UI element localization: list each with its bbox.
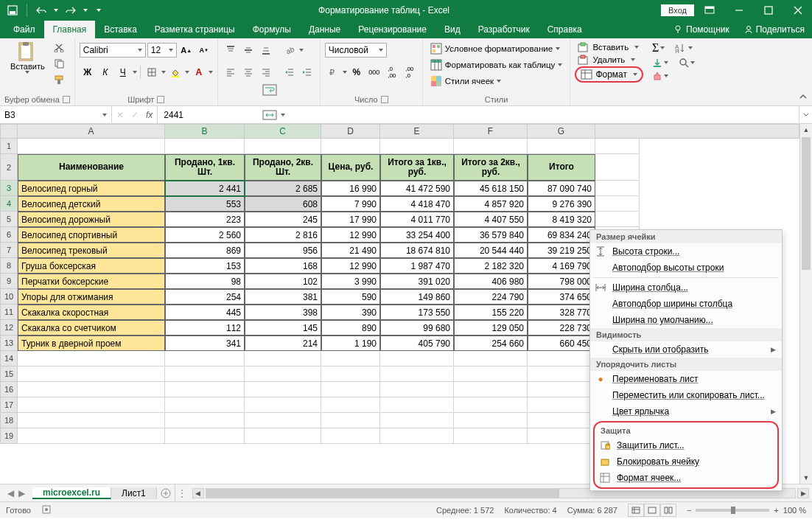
row-header[interactable]: 14 — [0, 351, 18, 366]
clipboard-launcher[interactable] — [63, 96, 70, 103]
cell[interactable] — [321, 428, 380, 444]
comma-icon[interactable]: 000 — [366, 65, 382, 80]
cell[interactable]: 4 407 550 — [454, 212, 528, 227]
cell[interactable]: 173 550 — [380, 305, 454, 320]
cell[interactable] — [454, 351, 528, 366]
orientation-icon[interactable]: ab — [281, 43, 298, 58]
cell[interactable] — [165, 382, 245, 397]
cell[interactable]: 245 — [245, 212, 321, 227]
tab-разметка страницы[interactable]: Разметка страницы — [146, 21, 244, 38]
cell[interactable]: 155 220 — [454, 305, 528, 320]
font-launcher[interactable] — [157, 96, 164, 103]
cell[interactable]: 608 — [245, 196, 321, 212]
cell[interactable]: Велосипед спортивный — [18, 227, 165, 243]
login-button[interactable]: Вход — [661, 4, 694, 16]
name-box[interactable]: B3 — [0, 106, 112, 123]
cell[interactable]: 254 — [165, 289, 245, 305]
qat-customize-icon[interactable] — [97, 9, 101, 12]
row-header[interactable]: 17 — [0, 397, 18, 413]
redo-dropdown-icon[interactable] — [83, 9, 88, 12]
cell[interactable]: 153 — [165, 258, 245, 274]
cell[interactable]: 102 — [245, 274, 321, 289]
zoom-out-icon[interactable]: − — [687, 506, 691, 515]
number-launcher[interactable] — [381, 96, 388, 103]
cell[interactable] — [380, 413, 454, 428]
cell[interactable]: Итого за 1кв., руб. — [380, 154, 454, 181]
cell[interactable]: 224 790 — [454, 289, 528, 305]
cell-styles-button[interactable]: Стили ячеек — [427, 74, 566, 88]
col-header-A[interactable]: A — [18, 124, 165, 139]
cell[interactable] — [18, 428, 165, 444]
cell[interactable] — [321, 351, 380, 366]
row-header[interactable]: 8 — [0, 258, 18, 274]
cell[interactable]: 4 418 470 — [380, 196, 454, 212]
redo-icon[interactable] — [64, 4, 77, 17]
cell[interactable] — [454, 397, 528, 413]
tab-формулы[interactable]: Формулы — [244, 21, 300, 38]
col-header-F[interactable]: F — [454, 124, 528, 139]
vertical-scrollbar[interactable]: ▲ ▼ — [799, 124, 812, 484]
cell[interactable] — [454, 413, 528, 428]
copy-icon[interactable] — [51, 56, 67, 71]
tab-разработчик[interactable]: Разработчик — [469, 21, 539, 38]
maximize-icon[interactable] — [755, 0, 783, 21]
row-header[interactable]: 3 — [0, 181, 18, 196]
dd-rename-sheet[interactable]: ●Переименовать лист — [590, 371, 782, 387]
collapse-ribbon-icon[interactable] — [799, 92, 809, 102]
row-header[interactable]: 7 — [0, 243, 18, 258]
tab-справка[interactable]: Справка — [539, 21, 591, 38]
minimize-icon[interactable] — [725, 0, 753, 21]
cell[interactable]: 398 — [245, 305, 321, 320]
align-left-icon[interactable] — [223, 65, 239, 80]
cell[interactable]: 1 190 — [321, 335, 380, 351]
find-select-button[interactable] — [679, 58, 695, 68]
paste-button[interactable]: Вставить — [7, 40, 48, 75]
cell[interactable] — [18, 413, 165, 428]
expand-formula-icon[interactable] — [799, 106, 812, 123]
cell[interactable]: 381 — [245, 289, 321, 305]
select-all-corner[interactable] — [0, 124, 18, 139]
currency-icon[interactable]: ₽ — [325, 65, 341, 80]
row-header[interactable]: 2 — [0, 154, 18, 181]
cell[interactable] — [165, 413, 245, 428]
cell[interactable] — [245, 428, 321, 444]
row-header[interactable]: 16 — [0, 382, 18, 397]
font-size-combo[interactable]: 12 — [147, 43, 177, 58]
cell[interactable]: 87 090 740 — [528, 181, 595, 196]
ribbon-display-icon[interactable] — [696, 0, 724, 21]
cell[interactable]: 3 990 — [321, 274, 380, 289]
cell[interactable] — [245, 382, 321, 397]
cell[interactable] — [321, 397, 380, 413]
format-as-table-button[interactable]: Форматировать как таблицу — [427, 58, 566, 72]
sheet-tab-active[interactable]: microexcel.ru — [32, 487, 111, 499]
cell[interactable]: Скакалка со счетчиком — [18, 320, 165, 335]
cell[interactable] — [454, 139, 528, 154]
cell[interactable] — [165, 397, 245, 413]
cell[interactable] — [18, 382, 165, 397]
cell[interactable]: 12 990 — [321, 258, 380, 274]
cell[interactable]: 2 560 — [165, 227, 245, 243]
decrease-indent-icon[interactable] — [281, 65, 298, 80]
cancel-formula-icon[interactable]: ✕ — [116, 110, 124, 120]
cell[interactable]: 228 730 — [528, 320, 595, 335]
cell[interactable]: 41 472 590 — [380, 181, 454, 196]
delete-cells-button[interactable]: Удалить — [575, 54, 643, 66]
cell[interactable]: 36 579 840 — [454, 227, 528, 243]
col-header-G[interactable]: G — [528, 124, 595, 139]
font-color-icon[interactable]: A — [191, 65, 207, 80]
cell[interactable] — [454, 366, 528, 382]
cell[interactable] — [380, 351, 454, 366]
undo-icon[interactable] — [35, 4, 48, 17]
dd-autofit-row[interactable]: Автоподбор высоты строки — [590, 260, 782, 276]
cell[interactable]: 254 660 — [454, 335, 528, 351]
zoom-level[interactable]: 100 % — [783, 506, 806, 515]
cell[interactable]: Продано, 1кв. Шт. — [165, 154, 245, 181]
tab-рецензирование[interactable]: Рецензирование — [349, 21, 435, 38]
decrease-font-icon[interactable]: A▼ — [196, 43, 212, 58]
cell[interactable]: Велосипед горный — [18, 181, 165, 196]
dd-format-cells[interactable]: Формат ячеек... — [595, 470, 777, 486]
cell[interactable]: Упоры для отжимания — [18, 289, 165, 305]
tab-вставка[interactable]: Вставка — [95, 21, 146, 38]
cell[interactable] — [595, 181, 640, 196]
cell[interactable]: Велосипед детский — [18, 196, 165, 212]
